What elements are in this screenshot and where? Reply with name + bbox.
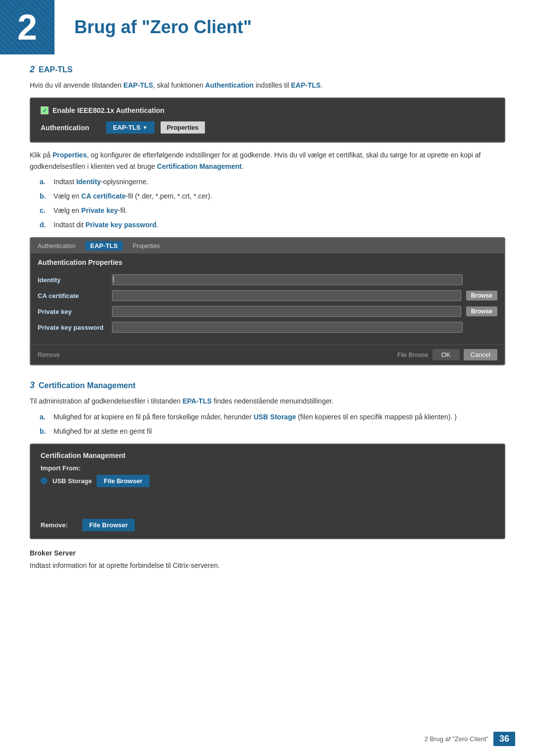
private-key-input[interactable] bbox=[112, 306, 461, 317]
auth-row: Authentication EAP-TLS ▼ Properties bbox=[41, 121, 494, 134]
auth-props-dialog: Authentication EAP-TLS Properties Authen… bbox=[30, 237, 505, 365]
ieee-label: Enable IEEE802.1x Authentication bbox=[53, 106, 164, 114]
ca-cert-input[interactable] bbox=[112, 290, 461, 301]
section-eap-tls: 2 EAP-TLS Hvis du vil anvende tilstanden… bbox=[30, 64, 505, 365]
private-key-pw-input[interactable] bbox=[112, 322, 463, 333]
file-browse-label: File Browse bbox=[397, 352, 428, 358]
dialog-topbar-left: Authentication EAP-TLS Properties bbox=[38, 241, 160, 251]
list-item: a. Indtast Identity-oplysningerne. bbox=[40, 177, 505, 187]
list-item: b. Vælg en CA certificate-fil (*.der, *.… bbox=[40, 191, 505, 202]
remove-label-cert: Remove: bbox=[41, 521, 75, 529]
dialog-footer: Remove File Browse OK Cancel bbox=[31, 345, 504, 364]
ca-cert-label: CA certificate bbox=[38, 292, 107, 300]
spacer bbox=[41, 494, 494, 509]
ieee-checkbox-row: ✓ Enable IEEE802.1x Authentication bbox=[41, 106, 494, 114]
cert-mgmt-mockup: Certification Management Import From: US… bbox=[30, 444, 505, 539]
footer-text: 2 Brug af "Zero Client" bbox=[425, 735, 488, 743]
private-key-browse-button[interactable]: Browse bbox=[466, 306, 497, 316]
dialog-topbar: Authentication EAP-TLS Properties bbox=[31, 238, 504, 253]
remove-label: Remove bbox=[38, 352, 60, 358]
auth-label: Authentication bbox=[41, 124, 100, 132]
dropdown-arrow-icon: ▼ bbox=[143, 125, 148, 130]
section2-heading: 2 EAP-TLS bbox=[30, 64, 505, 75]
section3-heading: 3 Certification Management bbox=[30, 380, 505, 391]
section3-number: 3 bbox=[30, 380, 35, 391]
ieee-mockup: ✓ Enable IEEE802.1x Authentication Authe… bbox=[30, 98, 505, 143]
section2-list: a. Indtast Identity-oplysningerne. b. Væ… bbox=[40, 177, 505, 230]
cert-mgmt-title: Certification Management bbox=[41, 452, 494, 459]
page-footer: 2 Brug af "Zero Client" 36 bbox=[425, 732, 515, 746]
usb-storage-row: USB Storage File Browser bbox=[41, 475, 494, 487]
cancel-button[interactable]: Cancel bbox=[464, 349, 497, 360]
section2-body1: Klik på Properties, og konfigurer de eft… bbox=[30, 150, 505, 172]
page-number: 36 bbox=[493, 732, 515, 746]
section3-list: a. Mulighed for at kopiere en fil på fle… bbox=[40, 412, 505, 437]
section2-intro: Hvis du vil anvende tilstanden EAP-TLS, … bbox=[30, 80, 505, 91]
file-browser-button-2[interactable]: File Browser bbox=[82, 519, 135, 531]
ok-button[interactable]: OK bbox=[432, 349, 460, 360]
ca-cert-browse-button[interactable]: Browse bbox=[466, 291, 497, 301]
section-cert-mgmt: 3 Certification Management Til administr… bbox=[30, 380, 505, 571]
properties-button[interactable]: Properties bbox=[160, 121, 205, 134]
usb-storage-label: USB Storage bbox=[53, 477, 92, 485]
import-from-row: Import From: USB Storage File Browser bbox=[41, 464, 494, 487]
private-key-pw-field-row: Private key password bbox=[38, 322, 497, 333]
dialog-title: Authentication Properties bbox=[31, 253, 504, 269]
identity-label: Identity bbox=[38, 276, 107, 284]
private-key-field-row: Private key Browse bbox=[38, 306, 497, 317]
text-cursor-icon bbox=[113, 276, 114, 283]
list-item: d. Indtast dit Private key password. bbox=[40, 220, 505, 230]
eap-tls-button[interactable]: EAP-TLS ▼ bbox=[106, 121, 155, 134]
private-key-label: Private key bbox=[38, 308, 107, 315]
import-from-label: Import From: bbox=[41, 464, 494, 472]
topbar-auth-label: Authentication bbox=[38, 243, 75, 250]
list-item: a. Mulighed for at kopiere en fil på fle… bbox=[40, 412, 505, 422]
section3-title: Certification Management bbox=[39, 381, 136, 390]
identity-field-row: Identity bbox=[38, 274, 497, 285]
section2-title: EAP-TLS bbox=[39, 65, 72, 74]
remove-row: Remove: File Browser bbox=[41, 519, 494, 531]
broker-title: Broker Server bbox=[30, 549, 505, 557]
list-item: b. Mulighed for at slette en gemt fil bbox=[40, 426, 505, 437]
section3-intro: Til administration af godkendelsesfiler … bbox=[30, 396, 505, 406]
broker-body: Indtast information for at oprette forbi… bbox=[30, 560, 505, 571]
topbar-properties-label: Properties bbox=[133, 243, 160, 250]
private-key-pw-label: Private key password bbox=[38, 324, 107, 331]
identity-input[interactable] bbox=[112, 274, 463, 285]
section2-number: 2 bbox=[30, 64, 35, 75]
dialog-body: Identity CA certificate Browse Private k… bbox=[31, 269, 504, 345]
broker-section: Broker Server Indtast information for at… bbox=[30, 549, 505, 571]
list-item: c. Vælg en Private key-fil. bbox=[40, 205, 505, 216]
ca-cert-field-row: CA certificate Browse bbox=[38, 290, 497, 301]
ieee-checkbox: ✓ bbox=[41, 106, 49, 114]
file-browser-button-1[interactable]: File Browser bbox=[97, 475, 149, 487]
chapter-number: 2 bbox=[17, 7, 37, 48]
chapter-title: Brug af "Zero Client" bbox=[74, 17, 252, 38]
chapter-number-box: 2 bbox=[0, 0, 54, 54]
topbar-eap-btn: EAP-TLS bbox=[85, 241, 123, 251]
usb-radio-icon bbox=[41, 477, 48, 484]
